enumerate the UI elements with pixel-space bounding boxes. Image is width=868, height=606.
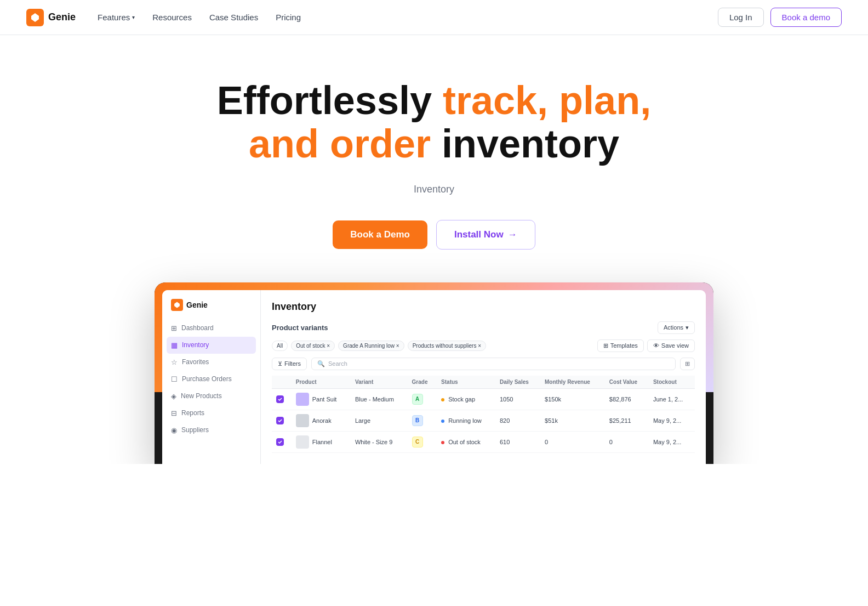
row-1-checkbox[interactable]: [272, 388, 292, 410]
mock-section-header: Product variants Actions ▾: [272, 321, 695, 334]
row-3-product: Flannel: [292, 431, 351, 452]
row-3-monthly-revenue: 0: [540, 431, 605, 452]
sidebar-item-dashboard[interactable]: ⊞ Dashboard: [162, 320, 260, 337]
col-cost-value: Cost Value: [605, 376, 649, 389]
row-2-checkbox[interactable]: [272, 410, 292, 431]
nav-features[interactable]: Features ▾: [98, 13, 135, 22]
templates-button[interactable]: ⊞ Templates: [597, 339, 644, 352]
login-button[interactable]: Log In: [718, 8, 764, 27]
filter-tag-out-of-stock[interactable]: Out of stock ×: [291, 341, 335, 351]
table-row: Flannel White - Size 9 C Out of stock: [272, 431, 695, 452]
nav-resources[interactable]: Resources: [152, 13, 192, 22]
filter-icon: ⊻: [278, 360, 282, 367]
table-row: Pant Suit Blue - Medium A Stock gap: [272, 388, 695, 410]
nav-links: Features ▾ Resources Case Studies Pricin…: [98, 13, 301, 22]
mock-logo-icon: [171, 299, 183, 311]
mock-logo-svg: [173, 301, 181, 309]
sidebar-item-favorites[interactable]: ☆ Favorites: [162, 354, 260, 371]
actions-button[interactable]: Actions ▾: [658, 321, 695, 334]
hero-title: Effortlessly track, plan, and order inve…: [217, 79, 651, 166]
install-now-button[interactable]: Install Now →: [436, 220, 535, 250]
col-stockout: Stockout: [649, 376, 695, 389]
mock-section-title: Product variants: [272, 324, 328, 332]
sidebar-item-new-products[interactable]: ◈ New Products: [162, 388, 260, 405]
book-demo-hero-button[interactable]: Book a Demo: [333, 220, 427, 249]
mock-sidebar: Genie ⊞ Dashboard ▦ Inventory ☆ Favorite…: [162, 290, 261, 464]
row-3-stockout: May 9, 2...: [649, 431, 695, 452]
row-1-cost-value: $82,876: [605, 388, 649, 410]
filter-tag-all[interactable]: All: [272, 341, 288, 351]
row-3-checkbox[interactable]: [272, 431, 292, 452]
row-3-status: Out of stock: [437, 431, 495, 452]
mock-filter-tags: All Out of stock × Grade A Running low ×…: [272, 339, 695, 352]
col-grade: Grade: [408, 376, 437, 389]
screen-wrap: Genie ⊞ Dashboard ▦ Inventory ☆ Favorite…: [133, 282, 735, 464]
new-products-icon: ◈: [171, 392, 176, 400]
hero-content: Effortlessly track, plan, and order inve…: [191, 35, 677, 282]
row-1-thumb: [296, 393, 309, 406]
hero-buttons: Book a Demo Install Now →: [217, 220, 651, 250]
row-1-variant: Blue - Medium: [351, 388, 408, 410]
grid-icon: ⊞: [685, 360, 690, 367]
nav-case-studies[interactable]: Case Studies: [209, 13, 258, 22]
row-2-cost-value: $25,211: [605, 410, 649, 431]
reports-icon: ⊟: [171, 409, 177, 417]
hero-subtitle: Inventory: [264, 181, 604, 198]
suppliers-icon: ◉: [171, 426, 177, 434]
filter-tag-no-suppliers[interactable]: Products without suppliers ×: [408, 341, 486, 351]
screen-outer: Genie ⊞ Dashboard ▦ Inventory ☆ Favorite…: [155, 282, 713, 464]
col-product: Product: [292, 376, 351, 389]
row-3-variant: White - Size 9: [351, 431, 408, 452]
row-3-thumb: [296, 435, 309, 449]
hero-section: Effortlessly track, plan, and order inve…: [0, 35, 868, 282]
sidebar-item-suppliers[interactable]: ◉ Suppliers: [162, 422, 260, 439]
row-1-product: Pant Suit: [292, 388, 351, 410]
nav-right: Log In Book a demo: [718, 8, 842, 27]
row-3-cost-value: 0: [605, 431, 649, 452]
nav-pricing[interactable]: Pricing: [276, 13, 301, 22]
row-3-grade: C: [408, 431, 437, 452]
row-2-daily-sales: 820: [495, 410, 540, 431]
row-2-stockout: May 9, 2...: [649, 410, 695, 431]
dashboard-icon: ⊞: [171, 324, 177, 332]
logo[interactable]: Genie: [26, 9, 76, 26]
col-monthly-revenue: Monthly Revenue: [540, 376, 605, 389]
mock-main: Inventory Product variants Actions ▾ All…: [261, 290, 706, 464]
logo-icon: [26, 9, 44, 26]
search-bar[interactable]: 🔍 Search: [311, 358, 676, 370]
templates-icon: ⊞: [603, 342, 608, 349]
status-dot: [441, 420, 444, 423]
row-1-grade: A: [408, 388, 437, 410]
sidebar-item-purchase-orders[interactable]: ☐ Purchase Orders: [162, 371, 260, 388]
book-demo-nav-button[interactable]: Book a demo: [770, 8, 842, 27]
search-icon: 🔍: [317, 360, 325, 367]
save-view-button[interactable]: 👁 Save view: [647, 339, 695, 352]
chevron-down-icon: ▾: [132, 14, 135, 20]
row-3-daily-sales: 610: [495, 431, 540, 452]
logo-svg: [30, 12, 41, 23]
row-2-thumb: [296, 414, 309, 427]
save-view-icon: 👁: [653, 342, 659, 349]
col-checkbox: [272, 376, 292, 389]
navbar: Genie Features ▾ Resources Case Studies …: [0, 0, 868, 35]
logo-text: Genie: [48, 12, 76, 23]
filters-button[interactable]: ⊻ Filters: [272, 358, 307, 370]
sidebar-item-reports[interactable]: ⊟ Reports: [162, 405, 260, 422]
mock-logo-text: Genie: [186, 301, 208, 309]
screen-inner: Genie ⊞ Dashboard ▦ Inventory ☆ Favorite…: [162, 290, 706, 464]
row-1-daily-sales: 1050: [495, 388, 540, 410]
sidebar-item-inventory[interactable]: ▦ Inventory: [167, 337, 256, 354]
mock-sidebar-logo: Genie: [162, 299, 260, 320]
row-2-product: Anorak: [292, 410, 351, 431]
row-2-status: Running low: [437, 410, 495, 431]
arrow-icon: →: [508, 229, 517, 240]
status-dot: [441, 441, 444, 444]
inventory-table: Product Variant Grade Status Daily Sales…: [272, 376, 695, 453]
mock-toolbar: ⊻ Filters 🔍 Search ⊞: [272, 358, 695, 370]
grid-view-button[interactable]: ⊞: [680, 358, 695, 370]
filter-tag-grade-a[interactable]: Grade A Running low ×: [338, 341, 404, 351]
col-variant: Variant: [351, 376, 408, 389]
table-row: Anorak Large B Running low: [272, 410, 695, 431]
actions-chevron-icon: ▾: [686, 324, 689, 331]
row-2-monthly-revenue: $51k: [540, 410, 605, 431]
